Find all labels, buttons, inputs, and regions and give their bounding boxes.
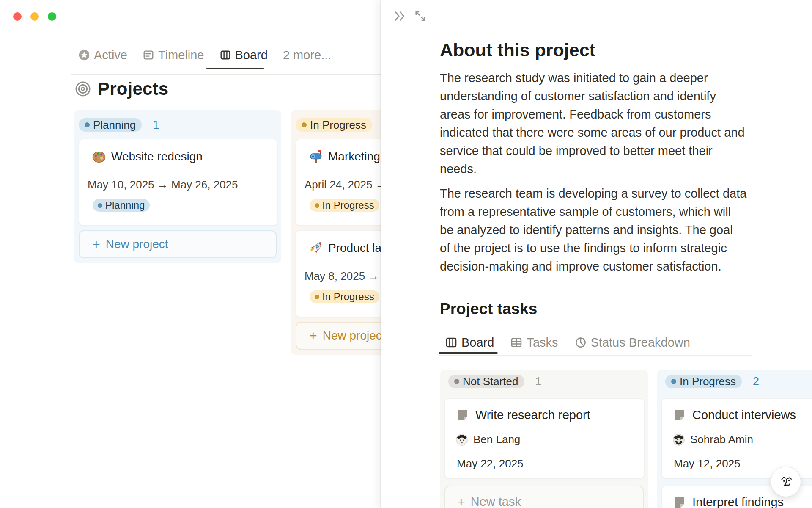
task-assignee: Ben Lang <box>473 433 520 446</box>
tab-active-label: Active <box>94 48 127 62</box>
column-header-in-progress: In Progress <box>296 118 372 132</box>
in-progress-group-pill[interactable]: In Progress <box>665 375 742 388</box>
in-progress-count: 2 <box>753 375 759 388</box>
tasks-tab-board[interactable]: Board <box>445 336 494 350</box>
task-date: May 22, 2025 <box>457 457 524 470</box>
notion-ai-button[interactable] <box>771 467 801 497</box>
task-note-icon <box>673 496 686 508</box>
page-title: Projects <box>74 78 168 99</box>
window-controls <box>13 12 56 21</box>
tasks-tab-tasks[interactable]: Tasks <box>510 336 558 350</box>
about-heading: About this project <box>440 40 595 61</box>
close-window-button[interactable] <box>13 12 22 21</box>
notion-ai-face-icon <box>777 474 795 490</box>
task-title: Interpret findings <box>692 495 784 508</box>
column-header-not-started: Not Started 1 <box>448 375 542 388</box>
yellow-status-dot <box>302 122 307 127</box>
blue-status-dot <box>85 122 90 127</box>
tab-board-label: Board <box>235 48 268 62</box>
blue-status-dot <box>98 203 102 208</box>
planning-group-label: Planning <box>93 119 136 132</box>
task-column-not-started: Not Started 1 Write research report Ben … <box>440 370 648 508</box>
card-status-tag: Planning <box>93 199 150 212</box>
mailbox-emoji-icon <box>309 149 323 164</box>
not-started-count: 1 <box>535 375 542 388</box>
card-date-range: May 10, 2025 → May 26, 2025 <box>88 178 238 191</box>
about-paragraph-1: The research study was initiated to gain… <box>440 69 782 178</box>
tasks-tab-status-breakdown[interactable]: Status Breakdown <box>574 336 690 350</box>
column-header-in-progress-tasks: In Progress 2 <box>665 375 759 388</box>
board-icon <box>445 336 458 349</box>
active-tasks-tab-underline <box>439 352 498 354</box>
about-paragraph-2: The research team is developing a survey… <box>440 185 782 276</box>
expand-diagonal-icon <box>413 9 428 23</box>
task-title: Write research report <box>475 408 590 422</box>
avatar-sohrab-amin <box>673 434 685 446</box>
not-started-group-label: Not Started <box>463 375 518 388</box>
open-full-page-button[interactable] <box>413 8 428 24</box>
tabs-divider <box>71 74 381 75</box>
board-icon <box>219 49 231 61</box>
card-title: Marketing c <box>328 150 390 163</box>
yellow-status-dot <box>315 295 319 299</box>
in-progress-group-label: In Progress <box>310 119 366 132</box>
tab-more[interactable]: 2 more... <box>283 48 331 62</box>
not-started-group-pill[interactable]: Not Started <box>448 375 524 388</box>
target-page-icon[interactable] <box>74 80 91 97</box>
timeline-icon <box>143 49 154 61</box>
blue-status-dot <box>671 379 676 384</box>
new-project-button-planning[interactable]: + New project <box>79 230 277 258</box>
tasks-view-tabs: Board Tasks Status Breakdown <box>445 334 690 351</box>
task-note-icon <box>456 409 469 422</box>
notion-window: Active Timeline Board 2 more... Projects <box>0 0 812 508</box>
task-card-conduct-interviews[interactable]: Conduct interviews Sohrab Amin May 12, 2… <box>661 398 812 478</box>
tasks-tabs-divider <box>439 355 752 356</box>
tab-board[interactable]: Board <box>219 48 268 62</box>
planning-group-pill[interactable]: Planning <box>79 118 142 132</box>
card-status-tag: In Progress <box>310 199 379 212</box>
pie-chart-icon <box>574 336 587 349</box>
plus-icon: + <box>309 329 317 342</box>
double-chevron-right-icon <box>393 9 407 23</box>
project-card-website-redesign[interactable]: Website redesign May 10, 2025 → May 26, … <box>79 139 277 226</box>
project-tasks-heading: Project tasks <box>440 300 537 318</box>
plus-icon: + <box>92 237 100 251</box>
close-peek-chevrons-button[interactable] <box>392 8 408 24</box>
zoom-window-button[interactable] <box>48 12 56 21</box>
card-title: Product lau <box>328 241 388 255</box>
task-assignee: Sohrab Amin <box>690 433 753 446</box>
gray-status-dot <box>454 379 459 384</box>
tab-timeline-label: Timeline <box>158 48 204 62</box>
planning-count: 1 <box>153 119 159 132</box>
rocket-emoji-icon <box>309 241 323 255</box>
task-card-write-research-report[interactable]: Write research report Ben Lang May 22, 2… <box>444 398 645 478</box>
task-note-icon <box>673 409 686 422</box>
tab-more-label: 2 more... <box>283 48 331 62</box>
view-tabs: Active Timeline Board 2 more... <box>78 46 331 64</box>
in-progress-group-pill[interactable]: In Progress <box>296 118 372 132</box>
card-status-tag: In Progress <box>310 290 379 303</box>
plus-icon: + <box>457 495 465 508</box>
board-column-planning: Planning 1 Website redesign May 10, 2025… <box>74 110 281 263</box>
card-title: Website redesign <box>111 150 203 163</box>
new-task-button[interactable]: + New task <box>444 486 644 508</box>
active-tab-underline <box>206 68 264 69</box>
yellow-status-dot <box>315 203 319 208</box>
avatar-ben-lang <box>456 434 468 446</box>
column-header-planning: Planning 1 <box>79 118 159 132</box>
tab-active[interactable]: Active <box>78 48 127 62</box>
in-progress-group-label: In Progress <box>680 375 736 388</box>
task-title: Conduct interviews <box>692 408 796 422</box>
star-circle-icon <box>78 49 90 61</box>
tab-timeline[interactable]: Timeline <box>143 48 204 62</box>
task-date: May 12, 2025 <box>674 457 741 470</box>
table-icon <box>510 336 523 349</box>
page-title-text: Projects <box>98 79 168 99</box>
minimize-window-button[interactable] <box>30 12 39 21</box>
palette-emoji-icon <box>92 149 106 164</box>
